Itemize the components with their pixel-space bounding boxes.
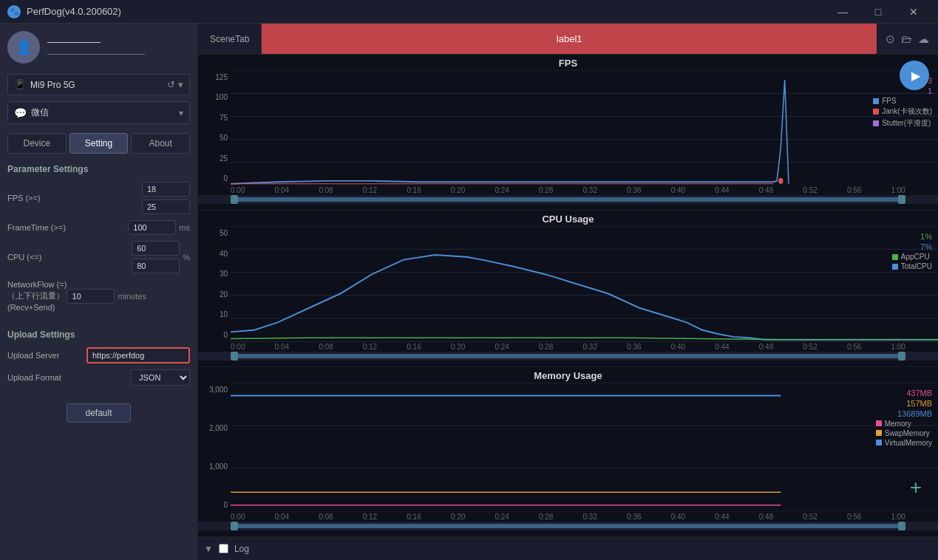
add-chart-button[interactable]: + xyxy=(903,474,929,501)
left-panel: 👤 —————— ———————————— 📱 Mi9 Pro 5G ↺ ▾ 💬… xyxy=(0,24,198,560)
memory-scrollbar-thumb[interactable] xyxy=(231,524,905,528)
memory-chart-svg xyxy=(231,383,938,512)
cpu-input-2[interactable] xyxy=(132,259,180,273)
cpu-legend-label-app: AppCPU xyxy=(901,253,930,261)
upload-server-input[interactable] xyxy=(86,347,190,363)
fps-chart-svg xyxy=(231,70,938,185)
memory-scrollbar-handle-right[interactable] xyxy=(898,522,905,530)
folder-icon[interactable]: 🗁 xyxy=(901,33,912,45)
app-icon: 🐾 xyxy=(7,5,21,18)
cpu-legend-app: AppCPU xyxy=(892,253,932,261)
cpu-scrollbar-track[interactable] xyxy=(231,354,905,358)
bottom-arrow-icon[interactable]: ▼ xyxy=(204,544,213,554)
upload-format-select[interactable]: JSON CSV XML xyxy=(131,369,190,386)
tab-setting[interactable]: Setting xyxy=(69,133,129,154)
fps-legend-dot-fps xyxy=(873,98,879,104)
fps-legend-dot-jank xyxy=(873,109,879,115)
memory-legend-virtual: VirtualMemory xyxy=(876,439,932,447)
fps-inputs xyxy=(142,182,190,214)
cpu-legend-value2: 7% xyxy=(892,242,932,251)
memory-scrollbar-track[interactable] xyxy=(231,524,905,528)
app-selector[interactable]: 💬 微信 ▾ xyxy=(7,101,190,124)
memory-chart-area: 3,000 2,000 1,000 0 xyxy=(198,383,938,512)
avatar: 👤 xyxy=(7,31,40,64)
maximize-button[interactable]: □ xyxy=(861,0,895,24)
fps-label: FPS (>=) xyxy=(7,194,142,202)
device-dropdown-icon[interactable]: ▾ xyxy=(178,79,183,90)
scene-tab[interactable]: SceneTab xyxy=(198,24,262,54)
fps-legend-stutter: Stutter(平滑度) xyxy=(873,118,932,129)
cpu-input-1[interactable] xyxy=(132,241,180,256)
minimize-button[interactable]: — xyxy=(826,0,860,24)
fps-chart-body: 3 1 FPS Jank(卡顿次数) xyxy=(231,70,938,185)
memory-scrollbar-handle-left[interactable] xyxy=(231,522,238,530)
profile-name: —————— xyxy=(47,37,190,47)
fps-scrollbar-handle-left[interactable] xyxy=(231,195,238,204)
right-panel: SceneTab label1 ⊙ 🗁 ☁ FPS 125 100 75 50 xyxy=(198,24,938,560)
fps-scrollbar-thumb[interactable] xyxy=(231,197,905,202)
location-icon[interactable]: ⊙ xyxy=(886,33,895,46)
cpu-scrollbar-handle-left[interactable] xyxy=(231,352,238,361)
main-layout: 👤 —————— ———————————— 📱 Mi9 Pro 5G ↺ ▾ 💬… xyxy=(0,24,938,560)
fps-y-axis: 125 100 75 50 25 0 xyxy=(198,70,231,185)
memory-scrollbar[interactable] xyxy=(198,522,938,530)
app-dropdown-icon[interactable]: ▾ xyxy=(179,108,183,118)
tab-about[interactable]: About xyxy=(131,133,190,154)
fps-legend-fps: FPS xyxy=(873,97,932,105)
memory-legend: 437MB 157MB 13689MB Memory SwapMemory xyxy=(876,389,932,447)
top-bar: SceneTab label1 ⊙ 🗁 ☁ xyxy=(198,24,938,55)
tab-device[interactable]: Device xyxy=(7,133,67,154)
app-icon: 💬 xyxy=(14,107,27,119)
cpu-inputs xyxy=(132,241,180,273)
svg-point-6 xyxy=(778,178,783,184)
memory-legend-value1: 437MB xyxy=(876,389,932,397)
memory-legend-mem: Memory xyxy=(876,420,932,428)
network-input[interactable] xyxy=(67,289,115,304)
bottom-bar: ▼ Log xyxy=(198,536,938,560)
fps-input-1[interactable] xyxy=(142,182,190,197)
cpu-legend-dot-total xyxy=(892,264,898,270)
cloud-icon[interactable]: ☁ xyxy=(918,33,929,46)
scene-label[interactable]: label1 xyxy=(262,24,877,54)
cpu-legend-total: TotalCPU xyxy=(892,262,932,270)
fps-scrollbar[interactable] xyxy=(198,195,938,204)
upload-format-row: Upload Format JSON CSV XML xyxy=(7,369,190,386)
network-unit: minutes xyxy=(118,292,146,301)
cpu-unit: % xyxy=(183,253,190,262)
device-selector[interactable]: 📱 Mi9 Pro 5G ↺ ▾ xyxy=(7,74,190,95)
fps-legend-value2: 1 xyxy=(873,86,932,95)
cpu-chart-title: CPU Usage xyxy=(198,214,938,225)
fps-scrollbar-handle-right[interactable] xyxy=(898,195,905,204)
default-button[interactable]: default xyxy=(67,403,130,423)
cpu-legend-label-total: TotalCPU xyxy=(901,262,932,270)
app-name: 微信 xyxy=(31,106,179,119)
play-button[interactable] xyxy=(900,61,929,90)
cpu-scrollbar-handle-right[interactable] xyxy=(898,352,905,361)
cpu-chart-body: 1% 7% AppCPU TotalCPU xyxy=(231,226,938,341)
upload-settings-section: Upload Settings Upload Server Upload For… xyxy=(7,329,190,392)
log-checkbox[interactable] xyxy=(219,544,228,553)
memory-chart-body: 437MB 157MB 13689MB Memory SwapMemory xyxy=(231,383,938,512)
memory-legend-swap: SwapMemory xyxy=(876,429,932,437)
titlebar: 🐾 PerfDog(v4.0.200602) — □ ✕ xyxy=(0,0,938,24)
top-icons: ⊙ 🗁 ☁ xyxy=(877,33,938,46)
memory-legend-label-mem: Memory xyxy=(885,420,911,428)
cpu-chart-svg xyxy=(231,226,938,341)
cpu-legend-dot-app xyxy=(892,254,898,260)
profile-id: ———————————— xyxy=(47,49,190,58)
frametime-row: FrameTime (>=) ms xyxy=(7,220,190,235)
device-refresh-icon[interactable]: ↺ xyxy=(167,79,175,90)
frametime-input[interactable] xyxy=(128,220,176,235)
cpu-scrollbar-thumb[interactable] xyxy=(231,354,905,358)
network-label: NetworkFlow (=) （上下行流量） (Recv+Send) xyxy=(7,279,67,313)
device-icon: 📱 xyxy=(14,79,26,90)
upload-format-label: Upload Format xyxy=(7,373,131,382)
frametime-unit: ms xyxy=(179,223,190,232)
close-button[interactable]: ✕ xyxy=(897,0,931,24)
fps-input-2[interactable] xyxy=(142,199,190,214)
fps-legend-dot-stutter xyxy=(873,120,879,126)
cpu-scrollbar[interactable] xyxy=(198,352,938,361)
upload-server-label: Upload Server xyxy=(7,351,86,360)
fps-scrollbar-track[interactable] xyxy=(231,197,905,202)
upload-settings-header: Upload Settings xyxy=(7,329,190,340)
